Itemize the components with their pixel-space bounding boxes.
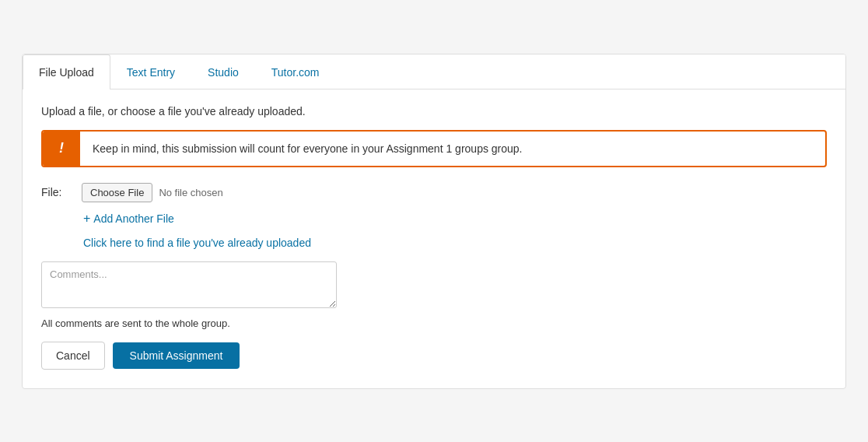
tab-file-upload[interactable]: File Upload (23, 54, 110, 89)
add-another-file-link[interactable]: + Add Another File (83, 212, 827, 226)
upload-description: Upload a file, or choose a file you've a… (41, 105, 827, 118)
comments-textarea[interactable] (41, 261, 337, 308)
tab-bar: File Upload Text Entry Studio Tutor.com (23, 54, 845, 89)
already-uploaded-link[interactable]: Click here to find a file you've already… (83, 237, 827, 249)
group-note: All comments are sent to the whole group… (41, 317, 827, 329)
alert-icon: ! (43, 132, 80, 166)
tab-text-entry[interactable]: Text Entry (110, 54, 191, 89)
cancel-button[interactable]: Cancel (41, 342, 105, 370)
button-row: Cancel Submit Assignment (41, 342, 827, 370)
alert-box: ! Keep in mind, this submission will cou… (41, 130, 827, 167)
assignment-submission-container: File Upload Text Entry Studio Tutor.com … (22, 54, 846, 389)
alert-message: Keep in mind, this submission will count… (80, 132, 825, 166)
plus-icon: + (83, 212, 90, 226)
tab-studio[interactable]: Studio (191, 54, 255, 89)
file-row: File: Choose File No file chosen (41, 183, 827, 202)
submit-assignment-button[interactable]: Submit Assignment (113, 342, 240, 369)
content-area: Upload a file, or choose a file you've a… (23, 89, 845, 388)
tab-tutor[interactable]: Tutor.com (255, 54, 336, 89)
file-label: File: (41, 186, 72, 198)
add-another-file-label: Add Another File (93, 212, 174, 225)
choose-file-button[interactable]: Choose File (82, 183, 152, 202)
no-file-text: No file chosen (159, 187, 222, 198)
